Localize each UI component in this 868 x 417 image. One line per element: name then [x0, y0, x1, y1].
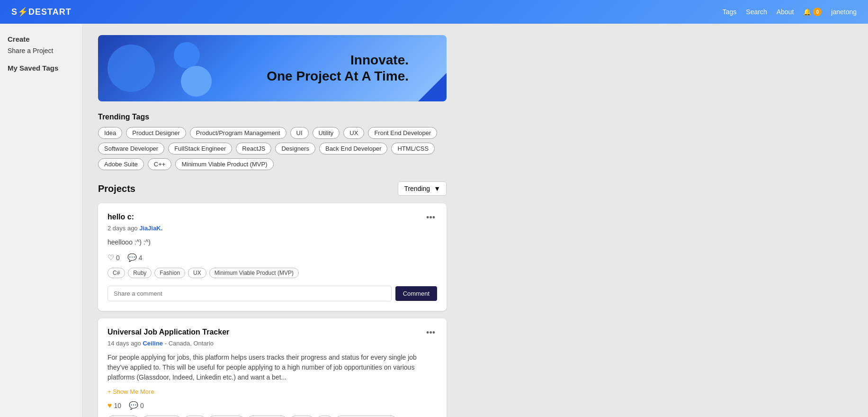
bell-icon: 🔔: [803, 8, 811, 16]
comments-count: 0: [140, 402, 144, 409]
comment-icon: 💬: [129, 401, 138, 410]
header: S⚡S⚡DESTARTDESTART Tags Search About 🔔 0…: [0, 0, 868, 24]
project-title: hello c:: [107, 213, 134, 221]
project-title: Universal Job Application Tracker: [107, 328, 229, 336]
trending-tag[interactable]: FullStack Engineer: [168, 143, 232, 154]
comment-row: Comment: [107, 286, 437, 301]
comments-action[interactable]: 💬 4: [127, 253, 143, 262]
sort-dropdown[interactable]: Trending ▼: [398, 181, 447, 196]
more-options-button[interactable]: •••: [424, 328, 437, 338]
comment-button[interactable]: Comment: [395, 286, 437, 301]
project-actions: ♡ 0 💬 4: [107, 253, 437, 262]
likes-action[interactable]: ♡ 0: [107, 253, 120, 262]
trending-tag[interactable]: Product Designer: [126, 127, 186, 139]
trending-tag[interactable]: ReactJS: [236, 143, 271, 154]
project-card: Universal Job Application Tracker ••• 14…: [98, 318, 447, 417]
project-tag[interactable]: C#: [107, 268, 125, 278]
banner-text: Innovate. One Project At A Time.: [267, 52, 409, 84]
projects-title: Projects: [98, 183, 135, 194]
projects-header: Projects Trending ▼: [98, 181, 447, 196]
trending-tag[interactable]: HTML/CSS: [391, 143, 435, 154]
heart-icon[interactable]: ♡: [107, 253, 114, 262]
trending-tag[interactable]: Front End Developer: [368, 127, 437, 139]
comment-input[interactable]: [107, 286, 392, 301]
banner-circle-medium: [174, 42, 200, 68]
sidebar-share-project[interactable]: Share a Project: [8, 47, 75, 54]
more-options-button[interactable]: •••: [424, 213, 437, 223]
project-actions: ♥ 10 💬 0: [107, 401, 437, 410]
project-meta: 2 days ago JiaJiaK.: [107, 225, 437, 232]
chevron-down-icon: ▼: [434, 185, 440, 192]
banner-triangle: [418, 73, 447, 101]
likes-action[interactable]: ♥ 10: [107, 401, 121, 410]
main-content: Innovate. One Project At A Time. Trendin…: [83, 24, 462, 417]
likes-count: 10: [114, 402, 122, 409]
sidebar: Create Share a Project My Saved Tags: [0, 24, 83, 417]
project-description: heellooo :^) :^): [107, 237, 437, 247]
trending-tags: IdeaProduct DesignerProduct/Program Mana…: [98, 127, 447, 170]
header-nav: Tags Search About 🔔 0 janetong: [723, 8, 857, 16]
project-header: Universal Job Application Tracker •••: [107, 328, 437, 338]
project-tag[interactable]: Minimum Viable Product (MVP): [209, 268, 299, 278]
sort-label: Trending: [404, 185, 430, 192]
nav-about[interactable]: About: [777, 8, 794, 16]
project-time: 2 days ago: [107, 225, 139, 232]
project-tag[interactable]: Ruby: [128, 268, 152, 278]
sidebar-create-label: Create: [8, 35, 75, 43]
banner-circle-big: [107, 45, 155, 92]
nav-tags[interactable]: Tags: [723, 8, 737, 16]
project-location: - Canada, Ontario: [163, 340, 214, 347]
trending-tag[interactable]: Idea: [98, 127, 122, 139]
project-description: For people applying for jobs, this platf…: [107, 353, 437, 382]
project-tag[interactable]: Fashion: [154, 268, 185, 278]
trending-tag[interactable]: Minimum Viable Product (MVP): [175, 158, 273, 170]
trending-tag[interactable]: Product/Program Management: [190, 127, 286, 139]
projects-list: hello c: ••• 2 days ago JiaJiaK. heelloo…: [98, 203, 447, 417]
banner-line2: One Project At A Time.: [267, 68, 409, 84]
project-meta: 14 days ago Ceiline - Canada, Ontario: [107, 340, 437, 347]
trending-tag[interactable]: C++: [148, 158, 172, 170]
logo[interactable]: S⚡S⚡DESTARTDESTART: [11, 7, 72, 17]
show-more-btn[interactable]: + Show Me More: [107, 388, 437, 395]
comments-action[interactable]: 💬 0: [129, 401, 144, 410]
heart-icon[interactable]: ♥: [107, 401, 112, 410]
trending-tag[interactable]: UI: [290, 127, 309, 139]
layout: Create Share a Project My Saved Tags Inn…: [0, 24, 868, 417]
logo-lightning: ⚡: [18, 7, 28, 17]
banner-decoration: [98, 35, 255, 101]
trending-tag[interactable]: UX: [343, 127, 364, 139]
project-author[interactable]: Ceiline: [143, 340, 163, 347]
nav-search[interactable]: Search: [746, 8, 767, 16]
project-card: hello c: ••• 2 days ago JiaJiaK. heelloo…: [98, 203, 447, 311]
trending-tag[interactable]: Adobe Suite: [98, 158, 144, 170]
notification-badge: 0: [813, 8, 822, 16]
trending-title: Trending Tags: [98, 113, 447, 121]
likes-count: 0: [116, 254, 120, 262]
banner: Innovate. One Project At A Time.: [98, 35, 447, 101]
trending-tag[interactable]: Utility: [313, 127, 340, 139]
comments-count: 4: [139, 254, 143, 262]
project-author[interactable]: JiaJiaK.: [139, 225, 162, 232]
trending-tag[interactable]: Back End Developer: [319, 143, 388, 154]
comment-icon: 💬: [127, 253, 137, 262]
sidebar-my-saved-tags[interactable]: My Saved Tags: [8, 64, 75, 72]
banner-line1: Innovate.: [267, 52, 409, 68]
trending-tag[interactable]: Designers: [275, 143, 315, 154]
project-tags: C#RubyFashionUXMinimum Viable Product (M…: [107, 268, 437, 278]
project-tag[interactable]: UX: [188, 268, 206, 278]
project-time: 14 days ago: [107, 340, 143, 347]
banner-circle-small: [181, 66, 212, 97]
notification-icon[interactable]: 🔔 0: [803, 8, 822, 16]
username-link[interactable]: janetong: [831, 8, 857, 16]
project-header: hello c: •••: [107, 213, 437, 223]
trending-tag[interactable]: Software Developer: [98, 143, 164, 154]
